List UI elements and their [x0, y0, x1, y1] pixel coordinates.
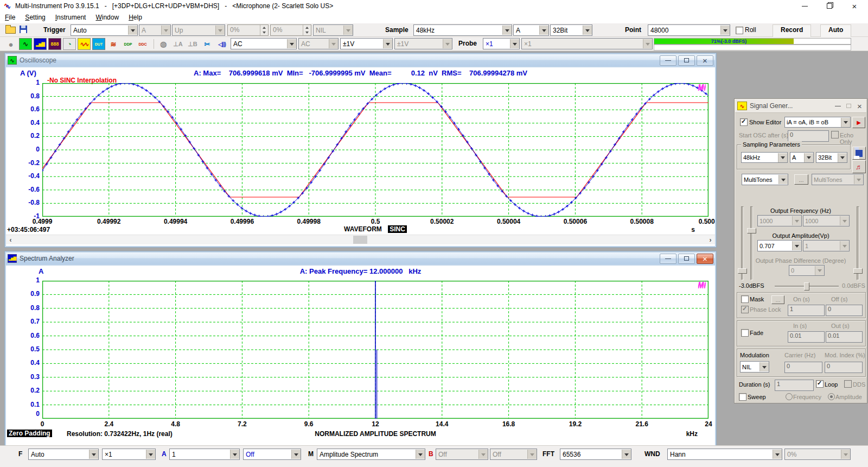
- spectrum-plot[interactable]: Mi: [42, 281, 709, 419]
- frequency-b-select[interactable]: 1000: [803, 215, 850, 226]
- probe-a-select[interactable]: ×1: [483, 38, 520, 49]
- gen-sampling-rate-select[interactable]: 48kHz: [741, 152, 788, 163]
- gen-channel-select[interactable]: A: [790, 152, 814, 163]
- b-range-select[interactable]: Off: [436, 449, 488, 460]
- device-test-plan-icon[interactable]: DUT: [92, 38, 105, 50]
- range-b-select[interactable]: ±1V: [394, 38, 452, 49]
- roll-checkbox[interactable]: [736, 27, 743, 34]
- sweep-amplitude-radio[interactable]: [828, 393, 835, 400]
- waveform-b-select[interactable]: MultiTones: [812, 174, 864, 185]
- mask-off-input[interactable]: 0: [826, 305, 863, 316]
- derived-data-curve-icon[interactable]: ≋: [107, 38, 120, 50]
- waveform-a-select[interactable]: MultiTones: [742, 174, 788, 185]
- spectrum-analyzer-icon[interactable]: ▂▅▇: [34, 38, 47, 50]
- reference-b-icon[interactable]: ⊥B: [186, 38, 199, 50]
- reference-a-icon[interactable]: ⊥A: [171, 38, 184, 50]
- dds-checkbox[interactable]: [844, 380, 852, 388]
- record-icon[interactable]: ●: [4, 38, 17, 50]
- fft-size-select[interactable]: 65536: [560, 449, 631, 460]
- restore-button[interactable]: [678, 254, 695, 264]
- scroll-right-icon[interactable]: ›: [706, 235, 715, 244]
- fade-in-input[interactable]: 0.01: [788, 331, 825, 343]
- range-a-select[interactable]: ±1V: [340, 38, 393, 49]
- trigger-source-select[interactable]: A: [139, 24, 171, 36]
- analysis-mode-select[interactable]: Amplitude Spectrum: [317, 449, 425, 460]
- trigger-level-spinner[interactable]: 0%: [227, 24, 269, 36]
- ddc-array-viewer-icon[interactable]: DDC: [136, 38, 149, 50]
- generator-run-button[interactable]: ▶: [852, 117, 865, 128]
- restore-button[interactable]: [844, 102, 853, 110]
- spinner-arrows-icon[interactable]: [260, 25, 268, 35]
- scrollbar-thumb[interactable]: [353, 236, 367, 244]
- minimize-button[interactable]: [833, 102, 843, 110]
- echo-only-checkbox[interactable]: [831, 131, 839, 138]
- mask-checkbox[interactable]: [741, 295, 749, 303]
- multimeter-icon[interactable]: 888: [48, 38, 61, 50]
- sound-device-icon[interactable]: ◍: [157, 38, 170, 50]
- oscilloscope-titlebar[interactable]: ∿ Oscilloscope: [6, 54, 715, 66]
- phase-select[interactable]: 0: [789, 265, 825, 276]
- frequency-axis-select[interactable]: Auto: [28, 449, 99, 460]
- fade-out-input[interactable]: 0.01: [826, 331, 863, 343]
- routing-select[interactable]: iA = oA, iB = oB: [784, 117, 851, 128]
- spinner-arrows-icon[interactable]: [303, 25, 311, 35]
- trigger-delay-spinner[interactable]: 0%: [270, 24, 311, 36]
- trigger-edge-select[interactable]: Up: [172, 24, 225, 36]
- mask-on-input[interactable]: 1: [788, 305, 825, 316]
- menu-item-setting[interactable]: Setting: [20, 12, 50, 23]
- start-osc-input[interactable]: 0: [788, 130, 829, 142]
- music-play-button[interactable]: ♬: [852, 160, 866, 173]
- restore-button[interactable]: [678, 55, 695, 66]
- sweep-checkbox[interactable]: [739, 393, 746, 401]
- loop-checkbox[interactable]: [816, 380, 824, 388]
- amplitude-b-select[interactable]: 1: [803, 240, 850, 251]
- signal-generator-titlebar[interactable]: ∿ Signal Gener...: [735, 99, 866, 113]
- a-range-select[interactable]: 1: [169, 449, 240, 460]
- minimize-button[interactable]: [660, 254, 676, 264]
- minimize-button[interactable]: [792, 0, 817, 12]
- bit-depth-select[interactable]: 32Bit: [550, 24, 592, 36]
- oscilloscope-icon[interactable]: ∿: [19, 38, 32, 50]
- minimize-button[interactable]: [660, 55, 676, 66]
- save-file-icon[interactable]: [20, 26, 27, 33]
- scroll-left-icon[interactable]: ‹: [6, 235, 15, 244]
- ddp-viewer-icon[interactable]: DDP: [122, 38, 135, 50]
- zero-padding-badge[interactable]: Zero Padding: [7, 430, 52, 437]
- open-file-icon[interactable]: [5, 27, 16, 34]
- close-button[interactable]: [855, 102, 864, 110]
- waveform-plot[interactable]: Mi: [42, 83, 709, 217]
- menu-item-help[interactable]: Help: [124, 12, 147, 23]
- sinc-badge[interactable]: SINC: [388, 225, 407, 233]
- mod-index-input[interactable]: 0: [825, 362, 863, 373]
- record-length-select[interactable]: 48000: [648, 24, 730, 36]
- slider-b-thumb[interactable]: [853, 268, 863, 274]
- spectrum-titlebar[interactable]: ▂▅▇ Spectrum Analyzer: [6, 253, 715, 264]
- mask-editor-button[interactable]: ...: [771, 295, 784, 304]
- probe-b-select[interactable]: ×1: [521, 38, 653, 49]
- window-function-select[interactable]: Hann: [667, 449, 782, 460]
- coupling-a-select[interactable]: AC: [231, 38, 297, 49]
- auto-scaling-button[interactable]: Auto: [820, 24, 851, 38]
- menu-item-instrument[interactable]: Instrument: [50, 12, 91, 23]
- sound-output-icon[interactable]: ◁))): [215, 38, 228, 50]
- signal-generator-icon[interactable]: ∿∿: [78, 38, 91, 50]
- record-button[interactable]: Record: [773, 24, 811, 38]
- coupling-b-select[interactable]: AC: [298, 38, 339, 49]
- sampling-rate-select[interactable]: 48kHz: [413, 24, 512, 36]
- close-button[interactable]: [842, 0, 867, 12]
- restore-button[interactable]: [817, 0, 842, 12]
- trigger-mode-select[interactable]: Auto: [71, 24, 138, 36]
- overlap-select[interactable]: 0%: [784, 449, 851, 460]
- b-reference-select[interactable]: Off: [490, 449, 537, 460]
- fade-checkbox[interactable]: [741, 329, 749, 337]
- sweep-frequency-radio[interactable]: [786, 393, 793, 400]
- show-editor-checkbox[interactable]: [740, 118, 748, 126]
- gen-bit-depth-select[interactable]: 32Bit: [816, 152, 847, 163]
- menu-item-window[interactable]: Window: [91, 12, 124, 23]
- frequency-a-select[interactable]: 1000: [757, 215, 802, 226]
- multitones-editor-button[interactable]: ...: [794, 174, 808, 185]
- spectrum-3d-plot-icon[interactable]: ◔: [63, 38, 76, 50]
- modulation-type-select[interactable]: NIL: [740, 361, 769, 373]
- horizontal-scrollbar[interactable]: ‹ ›: [6, 235, 715, 244]
- frequency-multiplier-select[interactable]: ×1: [102, 449, 156, 460]
